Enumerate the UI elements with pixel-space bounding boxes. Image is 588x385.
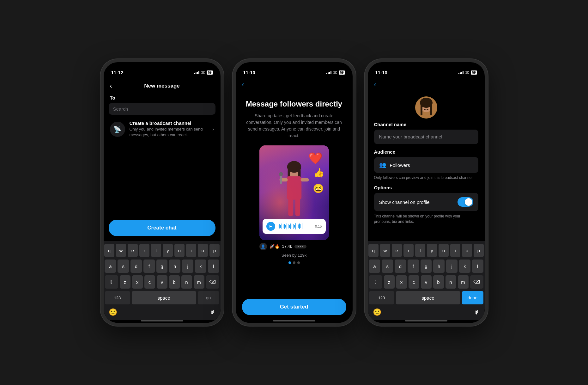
key3-s[interactable]: s: [382, 260, 393, 273]
key3-k[interactable]: k: [459, 260, 470, 273]
channel-name-input-wrapper: [374, 130, 478, 144]
key-q[interactable]: q: [104, 244, 114, 257]
show-channel-label: Show channel on profile: [379, 199, 430, 205]
key3-o[interactable]: o: [462, 244, 472, 257]
key3-z[interactable]: z: [384, 275, 395, 289]
key-k[interactable]: k: [195, 260, 206, 273]
back-button-1[interactable]: ‹: [110, 82, 112, 90]
wifi-icon-3: ⌘: [465, 70, 469, 75]
svg-point-10: [279, 172, 283, 176]
key3-x[interactable]: x: [396, 275, 407, 289]
key3-c[interactable]: c: [409, 275, 419, 289]
key3-w[interactable]: w: [380, 244, 390, 257]
key3-m[interactable]: m: [458, 275, 469, 289]
space-key-3[interactable]: space: [396, 291, 460, 304]
shift-key-3[interactable]: ⇧: [369, 275, 382, 289]
shift-key[interactable]: ⇧: [105, 275, 118, 289]
key-x[interactable]: x: [132, 275, 143, 289]
key-w[interactable]: w: [116, 244, 126, 257]
keyboard-row-3: ⇧ z x c v b n m ⌫: [105, 275, 219, 289]
phone-2: 11:10 ⌘ 59 ‹ Message followers directly …: [233, 59, 356, 326]
back-button-2[interactable]: ‹: [242, 81, 244, 89]
key3-j[interactable]: j: [446, 260, 458, 273]
get-started-button[interactable]: Get started: [242, 299, 346, 315]
key-a[interactable]: a: [105, 260, 116, 273]
key3-h[interactable]: h: [433, 260, 445, 273]
home-indicator-2: [236, 320, 353, 323]
audience-option[interactable]: 👥 Followers: [374, 157, 478, 173]
key3-g[interactable]: g: [421, 260, 432, 273]
mic-key-3[interactable]: 🎙: [473, 309, 480, 316]
key3-r[interactable]: r: [403, 244, 414, 257]
space-key[interactable]: space: [132, 291, 196, 304]
status-icons-2: ⌘ 59: [326, 70, 345, 75]
key3-l[interactable]: l: [472, 260, 483, 273]
key-d[interactable]: d: [130, 260, 142, 273]
key-n[interactable]: n: [181, 275, 192, 289]
more-dots-button[interactable]: [294, 245, 306, 248]
emoji-key[interactable]: 🙂: [109, 308, 117, 316]
search-input[interactable]: [113, 106, 211, 112]
phone2-content: ❤️ 👍 😆 ▶: [236, 145, 353, 267]
key-c[interactable]: c: [144, 275, 155, 289]
key-z[interactable]: z: [120, 275, 130, 289]
key-f[interactable]: f: [143, 260, 155, 273]
key-t[interactable]: t: [151, 244, 161, 257]
key3-v[interactable]: v: [421, 275, 432, 289]
channel-name-input[interactable]: [379, 134, 473, 139]
key-g[interactable]: g: [156, 260, 168, 273]
signal-icon-2: [326, 70, 332, 74]
keyboard-3: q w e r t y u i o p a s d f g h: [368, 241, 485, 320]
svg-point-16: [423, 105, 424, 107]
key3-u[interactable]: u: [439, 244, 449, 257]
key-j[interactable]: j: [182, 260, 193, 273]
keyboard-row-4: 123 space go: [105, 291, 219, 304]
home-bar-2: [273, 320, 315, 321]
key-i[interactable]: i: [186, 244, 196, 257]
go-key[interactable]: go: [198, 291, 219, 304]
key3-y[interactable]: y: [427, 244, 437, 257]
key-r[interactable]: r: [139, 244, 149, 257]
key3-a[interactable]: a: [369, 260, 380, 273]
time-1: 11:12: [111, 70, 123, 75]
key-b[interactable]: b: [169, 275, 180, 289]
key-o[interactable]: o: [198, 244, 208, 257]
key-h[interactable]: h: [169, 260, 180, 273]
numbers-key-3[interactable]: 123: [369, 291, 394, 304]
key3-n[interactable]: n: [446, 275, 456, 289]
mic-key[interactable]: 🎙: [209, 309, 215, 316]
key-l[interactable]: l: [208, 260, 219, 273]
keyboard-row-3-2: a s d f g h j k l: [369, 260, 483, 273]
key3-i[interactable]: i: [450, 244, 460, 257]
delete-key[interactable]: ⌫: [206, 275, 219, 289]
key3-p[interactable]: p: [474, 244, 484, 257]
key3-q[interactable]: q: [368, 244, 379, 257]
audio-player[interactable]: ▶: [263, 219, 326, 234]
heart-emoji: ❤️: [308, 152, 323, 165]
key-e[interactable]: e: [128, 244, 138, 257]
show-channel-toggle[interactable]: [458, 197, 473, 207]
key3-f[interactable]: f: [408, 260, 419, 273]
key-u[interactable]: u: [174, 244, 185, 257]
show-channel-option: Show channel on profile: [374, 193, 478, 211]
signal-icon-3: [458, 70, 464, 74]
create-chat-button[interactable]: Create chat: [109, 220, 215, 236]
screen-3: ‹: [368, 78, 485, 323]
done-key[interactable]: done: [462, 291, 483, 304]
numbers-key[interactable]: 123: [105, 291, 130, 304]
key3-t[interactable]: t: [415, 244, 425, 257]
key3-e[interactable]: e: [392, 244, 402, 257]
key3-d[interactable]: d: [395, 260, 406, 273]
back-button-3[interactable]: ‹: [374, 81, 376, 89]
audience-value: Followers: [390, 162, 410, 168]
key3-b[interactable]: b: [433, 275, 444, 289]
broadcast-channel-item[interactable]: 📡 Create a broadcast channel Only you an…: [104, 116, 221, 142]
key-y[interactable]: y: [163, 244, 173, 257]
delete-key-3[interactable]: ⌫: [470, 275, 483, 289]
key-s[interactable]: s: [118, 260, 129, 273]
play-button[interactable]: ▶: [266, 222, 275, 231]
key-p[interactable]: p: [209, 244, 220, 257]
key-m[interactable]: m: [194, 275, 204, 289]
key-v[interactable]: v: [157, 275, 167, 289]
emoji-key-3[interactable]: 🙂: [373, 308, 381, 316]
